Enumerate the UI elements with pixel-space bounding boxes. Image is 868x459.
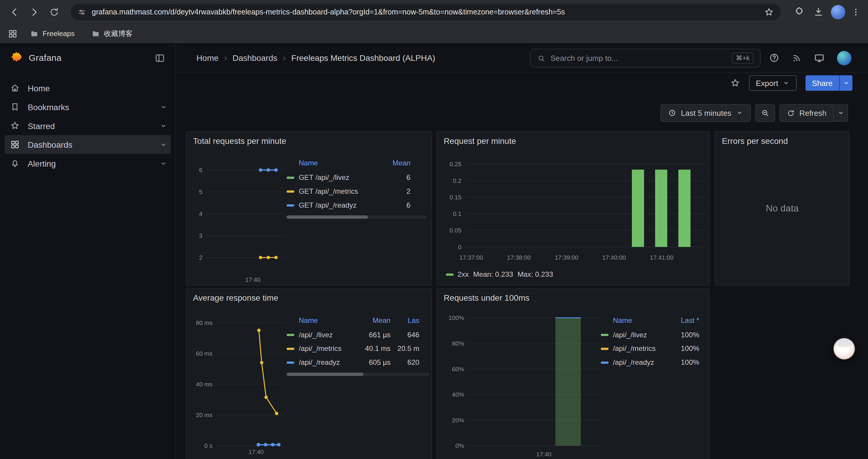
bar-chart[interactable]: 100%80%60%40%20%0%17:40: [439, 311, 606, 459]
legend-row: /api/_/readyz605 µs620: [286, 355, 429, 369]
legend-header[interactable]: Name: [286, 159, 378, 167]
apps-grid-icon[interactable]: [8, 29, 18, 39]
legend-header[interactable]: Name: [601, 316, 668, 324]
refresh-interval-button[interactable]: [834, 104, 848, 122]
series-name[interactable]: GET /api/_/readyz: [299, 201, 356, 209]
chevron-down-icon: [782, 79, 790, 87]
legend-header[interactable]: Mean: [355, 316, 391, 324]
series-color-swatch[interactable]: [601, 333, 609, 335]
series-color-swatch[interactable]: [601, 347, 609, 350]
scrollbar-thumb[interactable]: [286, 215, 368, 219]
user-avatar[interactable]: [837, 51, 851, 65]
series-name[interactable]: GET /api/_/metrics: [299, 187, 358, 196]
series-value: 2: [382, 187, 410, 196]
legend-header[interactable]: Mean: [382, 159, 410, 167]
legend-header[interactable]: Las: [394, 316, 419, 324]
extensions-button[interactable]: [789, 3, 807, 21]
refresh-button[interactable]: Refresh: [779, 104, 834, 122]
bookmark-icon: [10, 102, 20, 112]
sidebar-item-bookmarks[interactable]: Bookmarks: [0, 97, 176, 117]
export-button[interactable]: Export: [749, 75, 797, 91]
reload-button[interactable]: [45, 3, 63, 21]
panel-left-icon: [154, 53, 165, 64]
brand-name: Grafana: [29, 53, 61, 63]
legend-row: GET /api/_/readyz6: [286, 198, 427, 212]
series-color-swatch[interactable]: [286, 190, 294, 192]
series-name[interactable]: /api/_/livez: [299, 330, 333, 339]
sidebar-toggle-button[interactable]: [152, 51, 167, 66]
svg-text:60 ms: 60 ms: [196, 350, 212, 357]
browser-profile-button[interactable]: [829, 3, 847, 21]
panel-title[interactable]: Total requests per minute: [193, 136, 286, 145]
share-button[interactable]: Share: [805, 75, 839, 91]
series-name[interactable]: 2xx: [458, 270, 469, 278]
svg-text:17:40: 17:40: [536, 451, 552, 458]
scrollbar-thumb[interactable]: [286, 373, 364, 376]
sidebar-item-alerting[interactable]: Alerting: [0, 154, 176, 173]
sidebar-item-home[interactable]: Home: [0, 78, 176, 97]
series-name[interactable]: GET /api/_/livez: [299, 173, 349, 182]
svg-text:40 ms: 40 ms: [196, 381, 212, 388]
series-color-swatch[interactable]: [286, 361, 294, 363]
downloads-button[interactable]: [809, 3, 827, 21]
back-button[interactable]: [6, 3, 23, 21]
grafana-logo[interactable]: [9, 51, 23, 65]
floating-assistant-avatar[interactable]: [834, 338, 855, 359]
series-name[interactable]: /api/_/readyz: [613, 358, 654, 366]
sidebar-item-starred[interactable]: Starred: [0, 117, 176, 135]
panel-title[interactable]: Request per minute: [444, 136, 516, 145]
screen: Freeleaps 收藏博客 Grafana H: [0, 0, 868, 459]
bar-chart[interactable]: 0.250.20.150.10.05017:37:0017:38:0017:39…: [439, 154, 708, 262]
bookmark-folder-blogs[interactable]: 收藏博客: [87, 27, 137, 40]
url-input[interactable]: [92, 8, 764, 16]
rss-icon[interactable]: [792, 53, 802, 63]
series-color-swatch[interactable]: [601, 361, 609, 363]
share-menu-button[interactable]: [839, 75, 852, 91]
series-name[interactable]: /api/_/metrics: [613, 345, 656, 353]
help-icon[interactable]: [769, 53, 780, 63]
series-mean: Mean: 0.233: [473, 270, 513, 278]
legend-row: /api/_/livez661 µs646: [286, 328, 429, 342]
series-color-swatch[interactable]: [446, 273, 454, 275]
legend-inline: 2xx Mean: 0.233 Max: 0.233: [446, 270, 553, 278]
line-chart[interactable]: 6543217:40: [190, 156, 287, 285]
favorite-star-icon[interactable]: [730, 78, 740, 88]
browser-menu-button[interactable]: [849, 3, 862, 21]
dashboards-grid-icon: [10, 139, 20, 150]
panel-requests-under-100ms: Requests under 100ms 100%80%60%40%20%0%1…: [436, 288, 710, 459]
legend-header[interactable]: Name: [286, 316, 352, 324]
breadcrumb-home[interactable]: Home: [196, 53, 219, 63]
url-bar[interactable]: [71, 4, 780, 20]
panel-title[interactable]: Requests under 100ms: [444, 293, 529, 302]
legend-header[interactable]: Last *: [670, 316, 699, 324]
monitor-icon[interactable]: [814, 52, 825, 63]
sidebar-item-dashboards[interactable]: Dashboards: [4, 135, 171, 154]
reload-icon: [49, 7, 59, 17]
legend-scrollbar[interactable]: [286, 215, 427, 219]
breadcrumb-dashboards[interactable]: Dashboards: [232, 53, 277, 63]
series-color-swatch[interactable]: [286, 176, 294, 178]
bookmark-folder-freeleaps[interactable]: Freeleaps: [25, 28, 79, 40]
zoom-out-button[interactable]: [755, 104, 775, 122]
series-color-swatch[interactable]: [286, 204, 294, 206]
site-settings-icon[interactable]: [78, 7, 86, 16]
series-name[interactable]: /api/_/readyz: [299, 358, 340, 366]
svg-text:17:40:00: 17:40:00: [602, 254, 626, 261]
series-color-swatch[interactable]: [286, 333, 294, 335]
series-value: 20.5 m: [394, 345, 419, 353]
series-color-swatch[interactable]: [286, 347, 294, 350]
search-input[interactable]: Search or jump to... ⌘+k: [530, 49, 761, 68]
panel-title[interactable]: Average response time: [193, 293, 278, 302]
sidebar-item-label: Alerting: [28, 159, 56, 168]
forward-button[interactable]: [25, 3, 43, 21]
line-chart[interactable]: 80 ms60 ms40 ms20 ms0 s17:40: [189, 313, 288, 457]
time-range-picker[interactable]: Last 5 minutes: [660, 104, 751, 122]
legend-scrollbar[interactable]: [286, 373, 429, 376]
series-name[interactable]: /api/_/metrics: [299, 345, 342, 353]
legend-row: /api/_/metrics100%: [601, 342, 699, 356]
series-value: 620: [394, 358, 419, 366]
series-value: 661 µs: [355, 330, 391, 339]
sidebar-item-label: Dashboards: [28, 140, 72, 149]
bookmark-star-icon[interactable]: [764, 7, 774, 17]
series-name[interactable]: /api/_/livez: [613, 330, 647, 339]
